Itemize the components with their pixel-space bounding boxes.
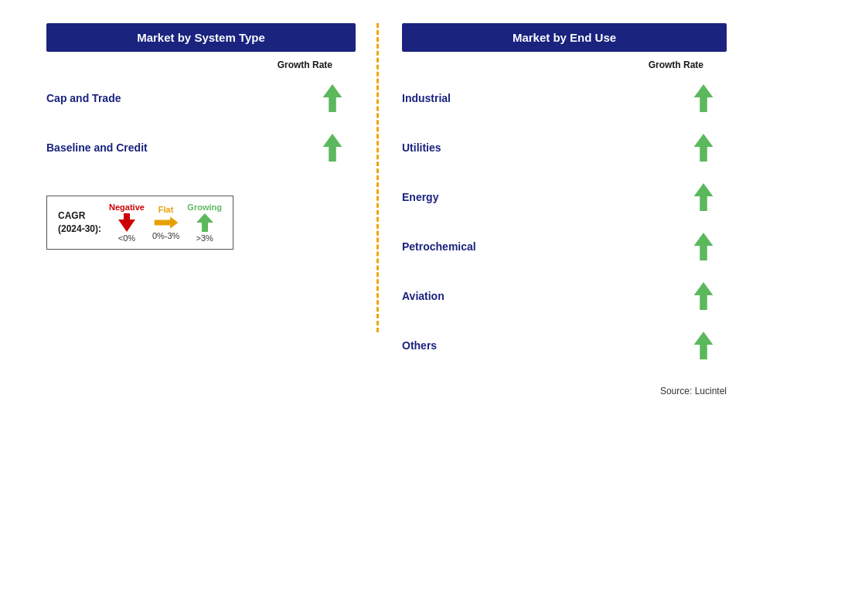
legend-flat-sub: 0%-3% — [152, 231, 179, 240]
arrow-right-orange-icon — [153, 214, 179, 231]
legend-negative-label: Negative — [109, 202, 145, 212]
arrow-up-green-icon — [692, 231, 715, 262]
arrow-container — [680, 83, 727, 114]
svg-marker-7 — [694, 183, 714, 211]
arrow-container — [680, 330, 727, 361]
legend-negative-sub: <0% — [118, 233, 135, 243]
item-label-utilities: Utilities — [402, 141, 441, 154]
arrow-container — [680, 281, 727, 311]
list-item: Aviation — [402, 271, 727, 321]
legend-negative: Negative <0% — [109, 202, 145, 243]
arrow-up-green-icon — [692, 132, 715, 163]
arrow-up-green-sm-icon — [196, 212, 213, 233]
source-text: Source: Lucintel — [402, 386, 727, 396]
list-item: Others — [402, 321, 727, 370]
arrow-container — [680, 182, 727, 213]
svg-marker-9 — [694, 282, 714, 310]
vertical-divider — [376, 23, 379, 332]
legend-cagr-label: CAGR(2024-30): — [58, 209, 101, 236]
right-panel-header: Market by End Use — [402, 23, 727, 52]
svg-marker-0 — [323, 84, 342, 112]
svg-marker-4 — [196, 213, 213, 232]
list-item: Energy — [402, 172, 727, 222]
legend-growing: Growing >3% — [187, 202, 222, 243]
right-growth-rate-label: Growth Rate — [402, 60, 727, 70]
legend-growing-sub: >3% — [196, 233, 213, 243]
list-item: Utilities — [402, 123, 727, 172]
right-panel: Market by End Use Growth Rate Industrial… — [402, 23, 727, 396]
arrow-up-green-icon — [692, 330, 715, 361]
arrow-up-green-icon — [692, 83, 715, 114]
arrow-up-green-icon — [692, 182, 715, 213]
svg-marker-8 — [694, 233, 714, 260]
right-items-list: Industrial Utilities Energy — [402, 73, 727, 370]
left-items-list: Cap and Trade Baseline and Credit — [46, 73, 356, 172]
item-label-aviation: Aviation — [402, 290, 445, 302]
legend-growing-label: Growing — [187, 202, 222, 212]
item-label-cap-and-trade: Cap and Trade — [46, 92, 121, 104]
arrow-container — [309, 132, 356, 163]
arrow-container — [309, 83, 356, 114]
arrow-down-red-icon — [118, 212, 135, 233]
list-item: Cap and Trade — [46, 73, 356, 123]
item-label-others: Others — [402, 339, 437, 352]
list-item: Baseline and Credit — [46, 123, 356, 172]
item-label-energy: Energy — [402, 191, 438, 203]
item-label-petrochemical: Petrochemical — [402, 240, 476, 253]
svg-marker-6 — [694, 134, 714, 162]
left-growth-rate-label: Growth Rate — [46, 60, 356, 70]
arrow-up-green-icon — [692, 281, 715, 311]
main-container: Market by System Type Growth Rate Cap an… — [0, 0, 855, 420]
left-panel: Market by System Type Growth Rate Cap an… — [46, 23, 356, 396]
legend-flat-label: Flat — [158, 205, 174, 214]
arrow-up-green-icon — [321, 132, 344, 163]
svg-marker-3 — [154, 216, 178, 228]
svg-marker-2 — [118, 213, 135, 232]
svg-marker-10 — [694, 332, 714, 359]
arrow-up-green-icon — [321, 83, 344, 114]
svg-marker-1 — [323, 134, 342, 162]
legend-box: CAGR(2024-30): Negative <0% Flat 0%-3% G… — [46, 196, 233, 250]
svg-marker-5 — [694, 84, 714, 112]
legend-flat: Flat 0%-3% — [152, 205, 179, 240]
left-panel-header: Market by System Type — [46, 23, 356, 52]
item-label-baseline-and-credit: Baseline and Credit — [46, 141, 148, 154]
arrow-container — [680, 132, 727, 163]
item-label-industrial: Industrial — [402, 92, 451, 104]
arrow-container — [680, 231, 727, 262]
list-item: Industrial — [402, 73, 727, 123]
list-item: Petrochemical — [402, 222, 727, 271]
